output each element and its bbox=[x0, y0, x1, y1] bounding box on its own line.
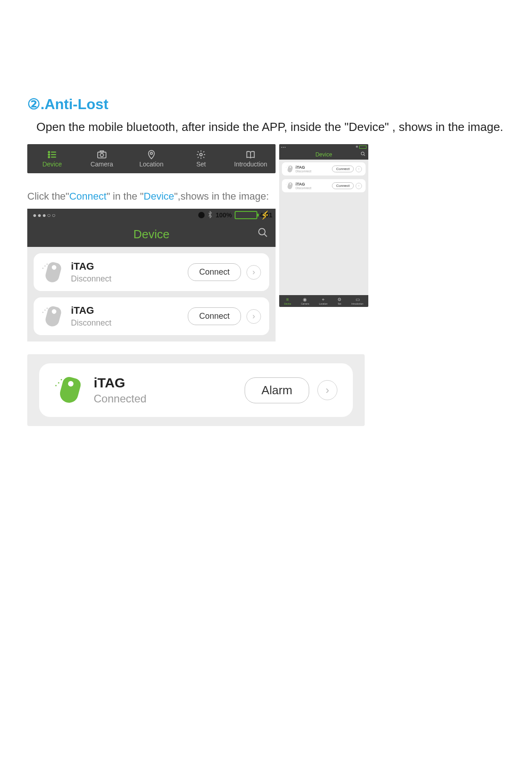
battery-icon bbox=[235, 211, 257, 219]
itag-icon: ⋰ bbox=[42, 306, 62, 326]
device-status: Disconnect bbox=[296, 170, 332, 173]
mini-bottom-nav: ≡Device ◉Camera ⌖Location ⚙Set ▭Introduc… bbox=[279, 295, 368, 307]
nav-label: Camera bbox=[90, 161, 113, 168]
top-nav-bar: Device Camera Location bbox=[27, 144, 276, 173]
list-icon: ≡ bbox=[286, 297, 289, 302]
instruction-line: Click the"Connect" in the "Device",shows… bbox=[27, 191, 276, 202]
section-body: Open the mobile bluetooth, after inside … bbox=[36, 118, 505, 136]
camera-icon: ◉ bbox=[303, 297, 307, 302]
chevron-right-icon[interactable]: › bbox=[317, 380, 337, 400]
connected-row: ⋰ iTAG Connected Alarm › bbox=[39, 363, 353, 417]
location-icon bbox=[146, 150, 156, 160]
signal-dots: ●●●○○ bbox=[33, 211, 56, 219]
nav-camera[interactable]: ◉Camera bbox=[301, 297, 309, 305]
nav-label: Set bbox=[196, 161, 206, 168]
app-title: Device bbox=[133, 227, 169, 241]
search-icon[interactable] bbox=[361, 151, 366, 158]
chevron-right-icon[interactable]: › bbox=[356, 166, 362, 172]
itag-icon: ⋰ bbox=[286, 166, 293, 173]
nav-camera[interactable]: Camera bbox=[79, 150, 125, 168]
connect-button[interactable]: Connect bbox=[188, 307, 241, 325]
itag-icon: ⋰ bbox=[55, 377, 80, 403]
svg-point-14 bbox=[361, 152, 364, 155]
svg-point-2 bbox=[48, 156, 50, 158]
mini-title: Device bbox=[316, 151, 332, 158]
connect-button[interactable]: Connect bbox=[332, 182, 354, 189]
svg-line-15 bbox=[364, 155, 365, 156]
svg-point-9 bbox=[151, 152, 153, 155]
status-bar: ●●●○○ 4:01 100% ⚡ bbox=[27, 209, 276, 221]
connect-button[interactable]: Connect bbox=[332, 166, 354, 172]
alarm-button[interactable]: Alarm bbox=[245, 377, 309, 403]
nav-label: Location bbox=[140, 161, 164, 168]
svg-point-10 bbox=[200, 153, 202, 156]
device-status: Disconnect bbox=[71, 318, 188, 328]
location-icon: ⌖ bbox=[322, 297, 325, 302]
mini-bluetooth-icon: ✱ bbox=[356, 145, 358, 149]
mini-device-list: ⋰ iTAG Disconnect Connect › ⋰ bbox=[279, 160, 368, 195]
device-app-screenshot: ●●●○○ 4:01 100% ⚡ Device bbox=[27, 209, 276, 341]
mini-device-row: ⋰ iTAG Disconnect Connect › bbox=[282, 179, 366, 192]
device-list: ⋰ iTAG Disconnect Connect › ⋰ bbox=[27, 247, 276, 341]
nav-device[interactable]: Device bbox=[30, 150, 75, 168]
device-row: ⋰ iTAG Disconnect Connect › bbox=[34, 297, 269, 335]
device-status: Disconnect bbox=[296, 186, 332, 190]
nav-set[interactable]: ⚙Set bbox=[337, 297, 341, 305]
device-name: iTAG bbox=[71, 261, 188, 272]
book-icon bbox=[246, 150, 256, 160]
mini-battery-icon bbox=[359, 146, 366, 149]
device-status: Disconnect bbox=[71, 274, 188, 284]
bluetooth-icon bbox=[207, 211, 213, 220]
gear-icon: ⚙ bbox=[337, 297, 341, 302]
device-status: Connected bbox=[94, 392, 245, 405]
svg-point-0 bbox=[48, 151, 50, 153]
connect-button[interactable]: Connect bbox=[188, 263, 241, 281]
gear-icon bbox=[196, 150, 206, 160]
device-name: iTAG bbox=[71, 305, 188, 316]
svg-rect-8 bbox=[100, 151, 103, 152]
search-icon[interactable] bbox=[257, 227, 268, 241]
nav-device[interactable]: ≡Device bbox=[284, 297, 291, 305]
status-time: 4:01 bbox=[260, 211, 272, 219]
camera-icon bbox=[97, 150, 107, 160]
app-title-bar: Device bbox=[27, 221, 276, 247]
nav-introduction[interactable]: ▭Introduction bbox=[351, 297, 363, 305]
device-name: iTAG bbox=[296, 182, 332, 186]
section-title: ②.Anti-Lost bbox=[27, 95, 505, 113]
mini-title-bar: Device bbox=[279, 150, 368, 160]
mini-status-bar: ••• ✱ bbox=[279, 144, 368, 150]
nav-label: Device bbox=[42, 161, 62, 168]
mini-device-row: ⋰ iTAG Disconnect Connect › bbox=[282, 162, 366, 176]
chevron-right-icon[interactable]: › bbox=[246, 309, 261, 324]
connected-block: ⋰ iTAG Connected Alarm › bbox=[27, 354, 365, 426]
svg-point-1 bbox=[48, 154, 50, 156]
svg-point-7 bbox=[100, 153, 103, 156]
list-icon bbox=[47, 150, 57, 160]
svg-point-12 bbox=[259, 229, 265, 235]
nav-location[interactable]: Location bbox=[129, 150, 174, 168]
mini-phone-screenshot: ••• ✱ Device ⋰ bbox=[279, 144, 368, 307]
device-name: iTAG bbox=[296, 165, 332, 170]
mini-signal-dots: ••• bbox=[281, 145, 286, 149]
book-icon: ▭ bbox=[356, 297, 360, 302]
nav-location[interactable]: ⌖Location bbox=[319, 297, 328, 305]
svg-line-13 bbox=[264, 234, 267, 237]
nav-label: Introduction bbox=[234, 161, 267, 168]
nav-set[interactable]: Set bbox=[178, 150, 224, 168]
chevron-right-icon[interactable]: › bbox=[356, 183, 362, 189]
nav-introduction[interactable]: Introduction bbox=[228, 150, 273, 168]
chevron-right-icon[interactable]: › bbox=[246, 265, 261, 280]
itag-icon: ⋰ bbox=[286, 182, 293, 190]
device-name: iTAG bbox=[94, 375, 245, 391]
itag-icon: ⋰ bbox=[42, 262, 62, 282]
battery-pct: 100% bbox=[216, 211, 232, 219]
alarm-icon bbox=[198, 212, 205, 218]
device-row: ⋰ iTAG Disconnect Connect › bbox=[34, 253, 269, 291]
